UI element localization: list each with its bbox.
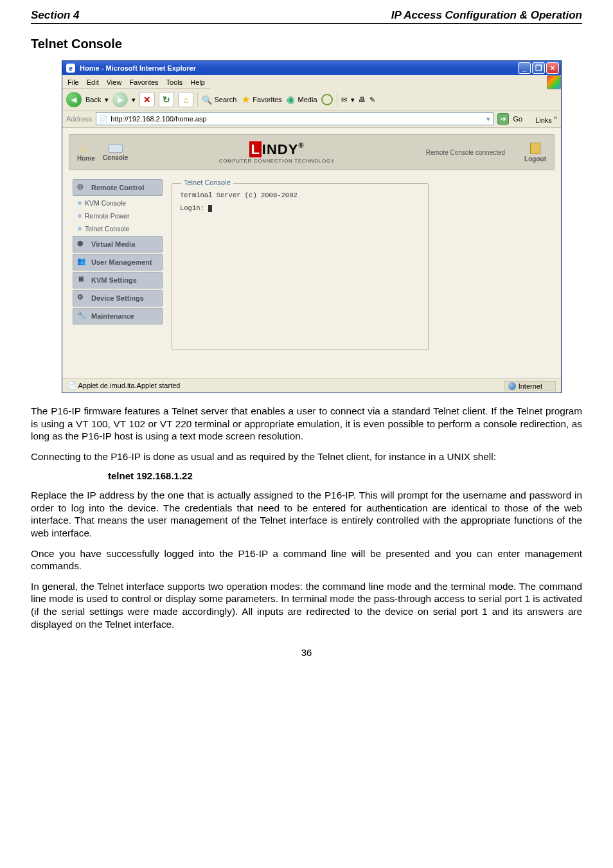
logo-l: L — [249, 141, 261, 157]
toolbar-divider-2 — [337, 93, 337, 107]
applet-icon: 📄 — [67, 382, 76, 389]
menu-favorites[interactable]: Favorites — [129, 78, 158, 86]
sidebar-label-virtual-media: Virtual Media — [91, 240, 135, 248]
forward-button[interactable]: ► — [112, 92, 128, 107]
security-zone: Internet — [504, 381, 556, 391]
menu-help[interactable]: Help — [190, 78, 205, 86]
sidebar-item-label: Remote Power — [85, 212, 129, 220]
history-icon[interactable] — [321, 94, 333, 105]
monitor-icon: 🖥 — [77, 275, 87, 285]
bullet-icon — [78, 214, 82, 218]
menu-file[interactable]: File — [67, 78, 79, 86]
bullet-icon — [78, 201, 82, 205]
ie-icon: e — [66, 64, 75, 73]
windows-logo-icon — [547, 75, 561, 89]
sidebar-label-maintenance: Maintenance — [91, 312, 134, 320]
page-title: Telnet Console — [31, 37, 582, 51]
maximize-button[interactable]: ❐ — [532, 62, 545, 74]
page-number: 36 — [31, 647, 582, 658]
sidebar-group-remote-control[interactable]: ◎ Remote Control — [73, 179, 163, 196]
print-icon[interactable]: 🖶 — [359, 96, 366, 103]
favorites-button[interactable]: ★Favorites — [240, 94, 281, 105]
forward-dropdown-icon[interactable]: ▾ — [132, 96, 136, 104]
edit-icon[interactable]: ✎ — [369, 96, 375, 104]
back-button[interactable]: ◄ — [66, 92, 82, 107]
section-label: Section 4 — [31, 9, 80, 22]
status-bar: 📄 Applet de.imud.ita.Applet started Inte… — [62, 378, 561, 393]
app-header: ⌂ Home Console LINDY® COMPUTER CONNECTIO… — [69, 134, 555, 170]
nav-home[interactable]: ⌂ Home — [77, 143, 95, 162]
logout-label: Logout — [524, 155, 546, 163]
mail-dropdown-icon[interactable]: ▾ — [351, 96, 355, 104]
close-button[interactable]: × — [546, 62, 559, 74]
terminal-line-1: Terminal Server (c) 2000-2002 — [180, 191, 420, 199]
refresh-button[interactable]: ↻ — [159, 92, 174, 107]
sidebar-item-telnet-console[interactable]: Telnet Console — [73, 223, 163, 235]
back-dropdown-icon[interactable]: ▾ — [105, 96, 109, 104]
sidebar-item-label: KVM Console — [85, 199, 126, 207]
users-icon: 👥 — [77, 257, 87, 267]
disc-icon: ◉ — [77, 239, 87, 249]
terminal-output[interactable]: Terminal Server (c) 2000-2002 Login: — [180, 191, 420, 212]
search-label: Search — [214, 96, 236, 103]
chapter-label: IP Access Configuration & Operation — [391, 9, 582, 22]
menu-tools[interactable]: Tools — [166, 78, 183, 86]
main-panel: Telnet Console Terminal Server (c) 2000-… — [172, 179, 551, 350]
paragraph-2: Connecting to the P16-IP is done as usua… — [31, 450, 582, 463]
console-icon — [109, 144, 123, 153]
search-icon — [202, 94, 212, 105]
menu-bar: File Edit View Favorites Tools Help — [62, 76, 210, 89]
nav-console-label: Console — [103, 154, 128, 161]
go-button[interactable]: ➜ — [497, 113, 509, 125]
favorites-label: Favorites — [253, 96, 281, 103]
sidebar-group-kvm-settings[interactable]: 🖥KVM Settings — [73, 272, 163, 288]
globe-icon — [508, 382, 516, 390]
menu-edit[interactable]: Edit — [87, 78, 99, 86]
stop-button[interactable]: ✕ — [139, 92, 155, 107]
address-label: Address — [66, 115, 92, 123]
links-label[interactable]: Links » — [535, 114, 557, 124]
mail-icon[interactable]: ✉ — [341, 96, 347, 104]
telnet-command: telnet 192.168.1.22 — [108, 470, 582, 481]
nav-home-label: Home — [77, 155, 95, 162]
cursor-icon — [208, 205, 212, 212]
nav-console[interactable]: Console — [103, 144, 128, 161]
window-titlebar: e Home - Microsoft Internet Explorer _ ❐… — [62, 61, 561, 75]
window-title: Home - Microsoft Internet Explorer — [80, 64, 196, 72]
home-button[interactable]: ⌂ — [178, 92, 193, 107]
ie-window: e Home - Microsoft Internet Explorer _ ❐… — [62, 60, 562, 393]
page-content: ⌂ Home Console LINDY® COMPUTER CONNECTIO… — [62, 128, 561, 378]
minimize-button[interactable]: _ — [518, 62, 531, 74]
telnet-console-fieldset: Telnet Console Terminal Server (c) 2000-… — [172, 183, 429, 350]
media-button[interactable]: ◉Media — [286, 94, 317, 105]
wrench-icon: 🔧 — [77, 311, 87, 321]
sidebar-item-kvm-console[interactable]: KVM Console — [73, 197, 163, 209]
search-button[interactable]: Search — [202, 94, 236, 105]
sidebar-group-maintenance[interactable]: 🔧Maintenance — [73, 308, 163, 324]
menu-view[interactable]: View — [107, 78, 122, 86]
sidebar-group-device-settings[interactable]: ⚙Device Settings — [73, 290, 163, 306]
paragraph-1: The P16-IP firmware features a Telnet se… — [31, 405, 582, 443]
address-bar: Address 📄 http://192.168.2.100/home.asp … — [62, 111, 561, 128]
bullet-icon — [78, 227, 82, 231]
logout-button[interactable]: Logout — [524, 143, 546, 163]
terminal-login-prompt: Login: — [180, 204, 208, 212]
sidebar-group-user-management[interactable]: 👥User Management — [73, 254, 163, 270]
sidebar-item-remote-power[interactable]: Remote Power — [73, 210, 163, 222]
back-label: Back — [85, 96, 101, 103]
reg-mark: ® — [298, 141, 304, 149]
address-dropdown-icon[interactable]: ▾ — [486, 115, 490, 123]
go-label: Go — [513, 115, 522, 123]
logout-icon — [530, 143, 540, 154]
gear-icon: ⚙ — [77, 293, 87, 303]
status-text: 📄 Applet de.imud.ita.Applet started — [67, 382, 180, 390]
address-field[interactable]: 📄 http://192.168.2.100/home.asp ▾ — [96, 112, 493, 125]
remote-console-status: Remote Console connected — [426, 149, 505, 156]
sidebar-label-device-settings: Device Settings — [91, 294, 144, 302]
paragraph-5: In general, the Telnet interface support… — [31, 580, 582, 630]
paragraph-3: Replace the IP address by the one that i… — [31, 489, 582, 539]
screenshot: e Home - Microsoft Internet Explorer _ ❐… — [62, 60, 562, 393]
toolbar: ◄ Back ▾ ► ▾ ✕ ↻ ⌂ Search ★Favorites ◉Me… — [62, 89, 561, 111]
sidebar-group-virtual-media[interactable]: ◉Virtual Media — [73, 236, 163, 252]
sidebar-item-label: Telnet Console — [85, 225, 129, 233]
